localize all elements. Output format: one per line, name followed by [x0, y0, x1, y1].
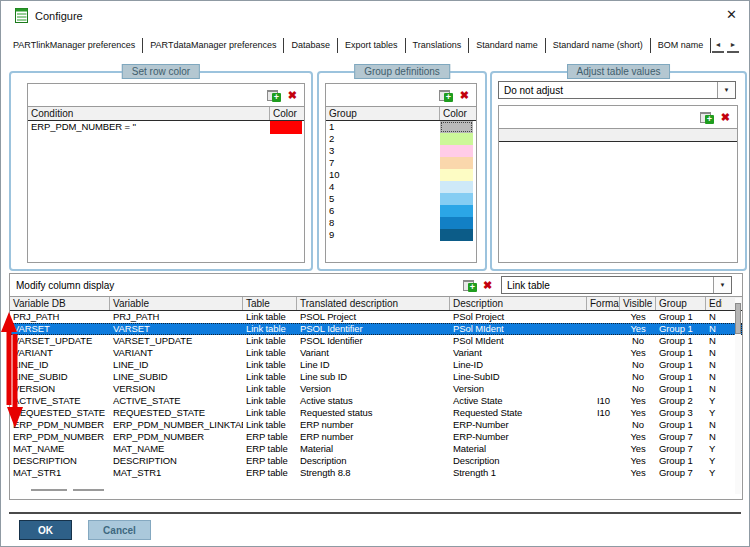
- table-row[interactable]: VERSIONVERSIONLink tableVersionVersionNo…: [10, 383, 742, 395]
- cell: Group 1: [656, 359, 706, 371]
- table-row[interactable]: PRJ_PATHPRJ_PATHLink tablePSOL ProjectPS…: [10, 311, 742, 323]
- delete-column-icon[interactable]: ✖: [483, 279, 492, 291]
- group-name-cell: 1: [326, 121, 440, 133]
- table-row[interactable]: VARIANTVARIANTLink tableVariantVariantYe…: [10, 347, 742, 359]
- table-row[interactable]: ERP_PDM_NUMBERERP_PDM_NUMBERERP tableERP…: [10, 431, 742, 443]
- color-swatch[interactable]: [270, 121, 302, 134]
- group-row[interactable]: 4: [326, 181, 476, 193]
- cell: No: [620, 335, 656, 347]
- group-row[interactable]: 5: [326, 193, 476, 205]
- cell: ERP_PDM_NUMBER: [110, 431, 243, 443]
- cell: PRJ_PATH: [10, 311, 110, 323]
- color-swatch[interactable]: [440, 181, 473, 193]
- tab-standard-name-short[interactable]: Standard name (short): [547, 40, 649, 50]
- tab-bom-name[interactable]: BOM name: [652, 40, 710, 50]
- color-swatch[interactable]: [440, 169, 473, 181]
- chevron-down-icon[interactable]: ▼: [717, 82, 735, 98]
- cell: ACTIVE_STATE: [10, 395, 110, 407]
- color-swatch[interactable]: [440, 121, 473, 133]
- color-swatch[interactable]: [440, 217, 473, 229]
- adjust-mode-dropdown[interactable]: Do not adjust ▼: [498, 81, 736, 99]
- tab-scroll-right-icon[interactable]: ►: [727, 39, 739, 53]
- delete-group-icon[interactable]: ✖: [460, 89, 469, 101]
- group-row[interactable]: 2: [326, 133, 476, 145]
- table-row[interactable]: ERP_PDM_NUMBERERP_PDM_NUMBER_LINKTABLELi…: [10, 419, 742, 431]
- table-row[interactable]: LINE_SUBIDLINE_SUBIDLink tableLine sub I…: [10, 371, 742, 383]
- color-swatch[interactable]: [440, 229, 473, 241]
- group-row[interactable]: 7: [326, 157, 476, 169]
- group-row[interactable]: 8: [326, 217, 476, 229]
- table-row[interactable]: MAT_NAMEMAT_NAMEERP tableMaterialMateria…: [10, 443, 742, 455]
- color-swatch[interactable]: [440, 157, 473, 169]
- scrollbar-thumb[interactable]: [735, 303, 741, 334]
- chevron-down-icon[interactable]: ▼: [713, 277, 731, 293]
- cell: Version: [297, 383, 450, 395]
- column-header-group[interactable]: Group: [656, 297, 706, 310]
- vertical-scrollbar[interactable]: [735, 298, 741, 494]
- column-header-description[interactable]: Description: [450, 297, 587, 310]
- group-color-cell: [440, 157, 473, 169]
- column-header-translated-description[interactable]: Translated description: [297, 297, 450, 310]
- cancel-button[interactable]: Cancel: [88, 520, 151, 540]
- cell: ERP_PDM_NUMBER: [10, 431, 110, 443]
- table-row[interactable]: VARSETVARSETLink tablePSOL IdentifierPSo…: [10, 323, 742, 335]
- cell: VARIANT: [110, 347, 243, 359]
- table-select-dropdown[interactable]: Link table ▼: [501, 276, 732, 294]
- color-swatch[interactable]: [440, 133, 473, 145]
- plus-glyph: +: [468, 283, 477, 292]
- set-row-color-title: Set row color: [122, 64, 200, 79]
- group-row[interactable]: 10: [326, 169, 476, 181]
- group-row[interactable]: 1: [326, 121, 476, 133]
- cell: Yes: [620, 347, 656, 359]
- tab-partdatamanager-preferences[interactable]: PARTdataManager preferences: [144, 40, 282, 50]
- condition-row[interactable]: ERP_PDM_NUMBER = '': [28, 121, 304, 134]
- tab-separator: [545, 38, 546, 53]
- add-column-icon[interactable]: +: [463, 279, 477, 292]
- tab-standard-name[interactable]: Standard name: [470, 40, 544, 50]
- color-swatch[interactable]: [440, 145, 473, 157]
- cell: PSol Project: [450, 311, 587, 323]
- group-color-cell: [440, 181, 473, 193]
- cell: [587, 383, 620, 395]
- delete-condition-icon[interactable]: ✖: [288, 89, 297, 101]
- group-row[interactable]: 6: [326, 205, 476, 217]
- column-header-table[interactable]: Table: [243, 297, 297, 310]
- column-header-group[interactable]: Group: [326, 107, 440, 120]
- tab-separator: [650, 38, 651, 53]
- add-adjust-icon[interactable]: +: [700, 111, 714, 124]
- add-condition-icon[interactable]: +: [267, 89, 281, 102]
- column-header-variable[interactable]: Variable: [110, 297, 243, 310]
- ok-button[interactable]: OK: [19, 520, 72, 540]
- add-group-icon[interactable]: +: [439, 89, 453, 102]
- cell: [587, 467, 620, 479]
- tab-scroll-left-icon[interactable]: ◄: [712, 39, 724, 53]
- column-header-color[interactable]: Color: [270, 107, 302, 120]
- table-row[interactable]: VARSET_UPDATEVARSET_UPDATELink tablePSOL…: [10, 335, 742, 347]
- cell: Line sub ID: [297, 371, 450, 383]
- group-row[interactable]: 3: [326, 145, 476, 157]
- tab-partlinkmanager-preferences[interactable]: PARTlinkManager preferences: [7, 40, 141, 50]
- tab-translations[interactable]: Translations: [407, 40, 468, 50]
- tab-database[interactable]: Database: [285, 40, 336, 50]
- group-row[interactable]: 9: [326, 229, 476, 241]
- table-row[interactable]: REQUESTED_STATEREQUESTED_STATELink table…: [10, 407, 742, 419]
- delete-adjust-icon[interactable]: ✖: [721, 111, 730, 123]
- close-icon[interactable]: ✕: [726, 8, 737, 22]
- tab-export-tables[interactable]: Export tables: [339, 40, 404, 50]
- column-header-editable[interactable]: Editable: [706, 297, 722, 310]
- column-header-format[interactable]: Format: [587, 297, 620, 310]
- cell: N: [706, 371, 722, 383]
- column-header-variable-db[interactable]: Variable DB: [10, 297, 110, 310]
- column-header-color[interactable]: Color: [440, 107, 473, 120]
- cell: Group 1: [656, 371, 706, 383]
- cell: PSOL Project: [297, 311, 450, 323]
- table-row[interactable]: MAT_STR1MAT_STR1ERP tableStrength 8.8Str…: [10, 467, 742, 479]
- column-header-condition[interactable]: Condition: [28, 107, 270, 120]
- column-header-visible[interactable]: Visible: [620, 297, 656, 310]
- table-row[interactable]: ACTIVE_STATEACTIVE_STATELink tableActive…: [10, 395, 742, 407]
- table-row[interactable]: LINE_IDLINE_IDLink tableLine IDLine-IDNo…: [10, 359, 742, 371]
- adjust-table-values-toolbar: + ✖: [499, 106, 737, 128]
- color-swatch[interactable]: [440, 205, 473, 217]
- table-row[interactable]: DESCRIPTIONDESCRIPTIONERP tableDescripti…: [10, 455, 742, 467]
- color-swatch[interactable]: [440, 193, 473, 205]
